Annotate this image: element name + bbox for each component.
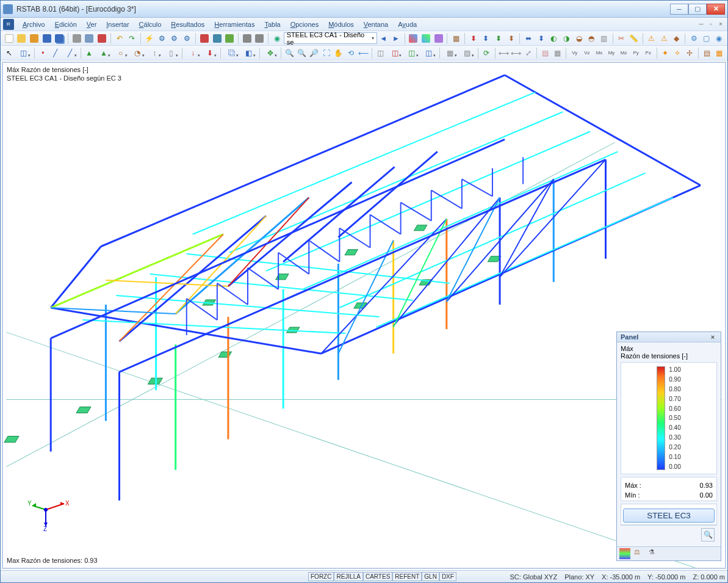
load-node-icon[interactable]: ↓ — [185, 47, 201, 59]
prev-view-icon[interactable]: ⟵ — [358, 47, 369, 59]
save-icon[interactable] — [41, 32, 53, 45]
mirror-icon[interactable]: ◧ — [240, 47, 257, 59]
menu-insertar[interactable]: Insertar — [101, 20, 134, 29]
maximize-button[interactable]: ▢ — [688, 4, 707, 15]
new-file-icon[interactable] — [3, 32, 15, 45]
case-combo[interactable]: STEEL EC3 CA1 - Diseño se — [284, 32, 377, 44]
refresh-icon[interactable]: ⟳ — [481, 47, 492, 59]
monitor-icon[interactable]: ▢ — [701, 32, 713, 45]
model-icon[interactable] — [198, 32, 211, 45]
redo-icon[interactable]: ↷ — [126, 32, 138, 45]
view-z-icon[interactable]: ◫ — [420, 47, 437, 59]
section-icon[interactable]: ▯ — [163, 47, 179, 59]
txt-mz-icon[interactable]: Mz — [618, 47, 630, 59]
force6-icon[interactable]: ◓ — [585, 32, 597, 45]
mdi-close-button[interactable]: × — [716, 20, 725, 29]
app-menu-icon[interactable]: R — [3, 19, 14, 30]
scale4-icon[interactable]: ⬍ — [505, 32, 517, 45]
minimize-button[interactable]: ─ — [670, 4, 688, 15]
scale3-icon[interactable]: ⬍ — [492, 32, 505, 45]
txt-py-icon[interactable]: Py — [630, 47, 642, 59]
text-note-icon[interactable]: ▤ — [701, 47, 713, 59]
undo-icon[interactable]: ↶ — [114, 32, 126, 45]
txt-vy-icon[interactable]: Vy — [569, 47, 580, 59]
status-dxf[interactable]: DXF — [439, 572, 456, 581]
force3-icon[interactable]: ◐ — [548, 32, 560, 45]
find-icon[interactable]: 🔍 — [284, 47, 295, 59]
print-preview-icon[interactable] — [84, 32, 96, 45]
legend-icon[interactable]: ▦ — [713, 47, 725, 59]
warn-icon[interactable]: ⚠ — [646, 32, 658, 45]
wizard-icon[interactable]: ⚡ — [143, 32, 156, 45]
move-icon[interactable]: ✥ — [262, 47, 278, 59]
layer-icon[interactable]: ▤ — [539, 47, 551, 59]
settings-icon[interactable]: ⚙ — [688, 32, 700, 45]
view-y-icon[interactable]: ◫ — [403, 47, 420, 59]
prev-case-icon[interactable]: ◄ — [378, 32, 390, 45]
menu-ayuda[interactable]: Ayuda — [393, 20, 422, 29]
menu-edicion[interactable]: Edición — [50, 20, 82, 29]
scale2-icon[interactable]: ⬍ — [480, 32, 492, 45]
deform1-icon[interactable]: ✦ — [660, 47, 671, 59]
menu-calculo[interactable]: Cálculo — [134, 20, 167, 29]
panel-tab-filter-icon[interactable]: ⚗ — [649, 548, 660, 559]
select-mode-icon[interactable]: ◫ — [15, 47, 32, 59]
table-icon[interactable] — [241, 32, 253, 45]
cursor-icon[interactable]: ↖ — [3, 47, 15, 59]
results-off-icon[interactable] — [408, 32, 420, 45]
node-icon[interactable]: • — [37, 47, 49, 59]
viewport-3d[interactable]: Máx Razón de tensiones [-] STEEL EC3 CA1… — [3, 63, 725, 568]
force7-icon[interactable]: ▥ — [598, 32, 610, 45]
deform2-icon[interactable]: ✧ — [672, 47, 683, 59]
results-on-icon[interactable] — [420, 32, 432, 45]
rotate-icon[interactable]: ⟲ — [345, 47, 356, 59]
hinge-icon[interactable]: ○ — [112, 47, 129, 59]
loads-icon[interactable] — [211, 32, 223, 45]
status-forzc[interactable]: FORZC — [308, 572, 334, 581]
zoom-fit-icon[interactable]: ⛶ — [320, 47, 332, 59]
dim3-icon[interactable]: ⤢ — [522, 47, 534, 59]
open-recent-icon[interactable] — [28, 32, 40, 45]
member-icon[interactable]: ╱ — [49, 47, 61, 59]
menu-ver[interactable]: Ver — [82, 20, 102, 29]
force1-icon[interactable]: ⬌ — [522, 32, 535, 45]
calc-icon[interactable]: ⚙ — [156, 32, 168, 45]
force4-icon[interactable]: ◑ — [560, 32, 572, 45]
save-all-icon[interactable] — [53, 32, 65, 45]
results-panel[interactable]: Panel × Máx Razón de tensiones [-] 1.00 … — [616, 331, 721, 561]
next-case-icon[interactable]: ► — [390, 32, 402, 45]
ruler-icon[interactable]: 📏 — [628, 32, 640, 45]
menu-ventana[interactable]: Ventana — [359, 20, 393, 29]
about-icon[interactable]: ◉ — [713, 32, 726, 45]
status-gln[interactable]: GLN — [422, 572, 439, 581]
support-type-icon[interactable]: ▲ — [96, 47, 112, 59]
results-icon[interactable] — [223, 32, 236, 45]
txt-my-icon[interactable]: My — [606, 47, 618, 59]
status-rejilla[interactable]: REJILLA — [334, 572, 362, 581]
print-icon[interactable] — [71, 32, 83, 45]
menu-modulos[interactable]: Módulos — [323, 20, 359, 29]
txt-vz-icon[interactable]: Vz — [581, 47, 593, 59]
view-iso-icon[interactable]: ◫ — [375, 47, 386, 59]
zoom-out-icon[interactable]: 🔎 — [308, 47, 320, 59]
menu-opciones[interactable]: Opciones — [286, 20, 323, 29]
panel-zoom-icon[interactable]: 🔍 — [701, 528, 715, 541]
calc3-icon[interactable]: ⚙ — [181, 32, 193, 45]
results-anim-icon[interactable] — [433, 32, 445, 45]
menu-resultados[interactable]: Resultados — [166, 20, 209, 29]
zoom-in-icon[interactable]: 🔍 — [296, 47, 308, 59]
report-icon[interactable] — [96, 32, 108, 45]
txt-pz-icon[interactable]: Pz — [643, 47, 654, 59]
open-file-icon[interactable] — [16, 32, 28, 45]
calc2-icon[interactable]: ⚙ — [168, 32, 181, 45]
dim1-icon[interactable]: ⟷ — [498, 47, 510, 59]
panel-close-icon[interactable]: × — [708, 333, 717, 341]
support-icon[interactable]: ▲ — [83, 47, 95, 59]
dim2-icon[interactable]: ⟷ — [510, 47, 522, 59]
menu-tabla[interactable]: Tabla — [259, 20, 285, 29]
nav-icon[interactable] — [254, 32, 266, 45]
panel-titlebar[interactable]: Panel × — [617, 332, 721, 342]
grid-icon[interactable]: ▦ — [552, 47, 563, 59]
check-icon[interactable]: ⚠ — [658, 32, 670, 45]
render-icon[interactable]: ▦ — [442, 47, 459, 59]
